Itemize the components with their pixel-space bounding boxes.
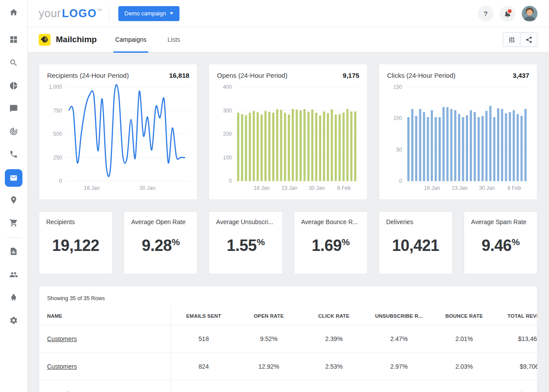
chart-cards-row: Recipients (24-Hour Period) 16,818 1,000… <box>39 64 538 200</box>
cell-total-revenue: $9,706 <box>497 363 538 370</box>
top-header: your LOGO TM Demo campaign ? <box>27 0 549 27</box>
share-icon <box>525 36 533 44</box>
svg-text:6 Feb: 6 Feb <box>507 185 521 191</box>
campaigns-table-card: Showing 35 of 35 Rows NAME EMAILS SENT O… <box>39 286 538 392</box>
mailchimp-logo <box>39 34 51 46</box>
email-icon-active[interactable] <box>5 169 22 187</box>
svg-text:0: 0 <box>399 178 402 184</box>
table-row: Customers 824 12.92% 2.53% 2.97% 2.03% $… <box>39 353 537 381</box>
chart-total-value: 16,818 <box>169 72 189 79</box>
chevron-down-icon <box>170 12 173 15</box>
svg-text:400: 400 <box>223 84 232 90</box>
svg-text:100: 100 <box>393 115 402 121</box>
svg-text:16 Jan: 16 Jan <box>254 185 270 191</box>
svg-text:23 Jan: 23 Jan <box>452 185 468 191</box>
chart-title: Opens (24-Hour Period) <box>217 72 287 79</box>
kpi-recipients: Recipients 19,122 <box>39 211 113 274</box>
kpi-average-spam-rate: Average Spam Rate 9.46% <box>464 211 538 274</box>
table-header-row: NAME EMAILS SENT OPEN RATE CLICK RATE UN… <box>39 307 537 325</box>
tab-campaigns[interactable]: Campaigns <box>115 27 146 52</box>
clicks-chart-card: Clicks (24-Hour Period) 3,437 1501005001… <box>379 64 538 200</box>
chart-total-value: 3,437 <box>512 72 529 79</box>
brand-logo[interactable]: your LOGO TM <box>39 7 102 20</box>
kpi-deliveries: Deliveries 10,421 <box>379 211 453 274</box>
location-pin-icon[interactable] <box>0 196 27 204</box>
kpi-cards-row: Recipients 19,122 Average Open Rate 9.28… <box>39 211 538 274</box>
users-icon[interactable] <box>0 270 27 279</box>
chat-icon[interactable] <box>0 104 27 113</box>
logo-tm: TM <box>97 8 102 12</box>
kpi-label: Average Bounce R... <box>301 218 360 225</box>
kpi-label: Average Spam Rate <box>471 218 530 225</box>
svg-text:6 Feb: 6 Feb <box>337 185 351 191</box>
tab-lists[interactable]: Lists <box>168 27 180 52</box>
home-icon[interactable] <box>0 8 27 17</box>
svg-text:30 Jan: 30 Jan <box>309 185 325 191</box>
page-title: Mailchimp <box>56 35 97 44</box>
cell-emails-sent: 518 <box>171 335 236 342</box>
opens-bar-chart: 400300200100016 Jan23 Jan30 Jan6 Feb <box>216 82 360 192</box>
column-header-name[interactable]: NAME <box>39 307 171 325</box>
cell-open-rate: 12.92% <box>236 363 301 370</box>
notification-badge <box>507 8 512 14</box>
svg-text:0: 0 <box>229 178 232 184</box>
svg-text:1,000: 1,000 <box>49 84 62 90</box>
kpi-label: Recipients <box>46 218 105 225</box>
plug-icon[interactable] <box>0 293 27 302</box>
kpi-label: Deliveries <box>386 218 445 225</box>
campaign-link[interactable]: Customers <box>47 335 77 342</box>
clicks-bar-chart: 15010050016 Jan23 Jan30 Jan6 Feb <box>386 82 530 192</box>
report-file-icon[interactable] <box>0 247 27 256</box>
cell-click-rate: 2.39% <box>301 335 366 342</box>
column-header-bounce-rate[interactable]: BOUNCE RATE <box>432 313 497 319</box>
logo-your: your <box>39 7 61 20</box>
table-row: General 393 11.90% 1.66% 1.49% 2.49% $13… <box>39 381 537 392</box>
user-avatar[interactable] <box>522 6 538 22</box>
kpi-average-bounce-rate: Average Bounce R... 1.69% <box>294 211 368 274</box>
cell-click-rate: 2.53% <box>301 363 366 370</box>
kpi-value: 10,421 <box>379 236 452 255</box>
search-icon[interactable] <box>0 58 27 67</box>
cell-unsubscribe-rate: 2.97% <box>366 363 432 370</box>
campaign-link[interactable]: Customers <box>47 363 77 370</box>
notifications-button[interactable] <box>500 6 516 22</box>
column-header-total-revenue[interactable]: TOTAL REVENUE <box>497 313 538 319</box>
remarketing-target-icon[interactable] <box>0 127 27 136</box>
column-header-click-rate[interactable]: CLICK RATE <box>301 313 366 319</box>
kpi-label: Average Unsubscri... <box>216 218 275 225</box>
column-header-unsubscribe-rate[interactable]: UNSUBSCRIBE R... <box>366 313 432 319</box>
sidebar <box>0 0 28 392</box>
column-header-open-rate[interactable]: OPEN RATE <box>236 313 301 319</box>
gear-icon[interactable] <box>0 316 27 325</box>
app-header: Mailchimp Campaigns Lists <box>27 27 549 52</box>
kpi-average-unsubscribe-rate: Average Unsubscri... 1.55% <box>209 211 282 274</box>
column-header-emails-sent[interactable]: EMAILS SENT <box>171 313 236 319</box>
svg-text:200: 200 <box>223 131 232 137</box>
svg-text:30 Jan: 30 Jan <box>139 185 155 191</box>
cell-total-revenue: $13,466 <box>497 335 538 342</box>
filters-button[interactable] <box>503 32 520 47</box>
chart-title: Recipients (24-Hour Period) <box>47 72 129 79</box>
campaign-selector-label: Demo campaign <box>124 10 166 17</box>
help-button[interactable]: ? <box>478 6 494 22</box>
dashboard-grid-icon[interactable] <box>0 35 27 44</box>
svg-text:250: 250 <box>53 155 62 161</box>
cell-unsubscribe-rate: 2.47% <box>366 335 432 342</box>
svg-text:16 Jan: 16 Jan <box>84 185 100 191</box>
cell-bounce-rate: 2.01% <box>432 335 497 342</box>
chart-title: Clicks (24-Hour Period) <box>387 72 456 79</box>
svg-text:23 Jan: 23 Jan <box>282 185 297 191</box>
campaign-selector-button[interactable]: Demo campaign <box>118 6 180 21</box>
header-divider <box>109 7 110 20</box>
avatar-image <box>522 6 538 22</box>
kpi-value: 19,122 <box>39 236 112 255</box>
recipients-chart-card: Recipients (24-Hour Period) 16,818 1,000… <box>39 64 198 200</box>
share-button[interactable] <box>520 32 538 47</box>
kpi-value: 9.46% <box>464 236 537 255</box>
pie-chart-icon[interactable] <box>0 81 27 90</box>
phone-icon[interactable] <box>0 150 27 159</box>
kpi-value: 1.55% <box>209 236 282 255</box>
filters-sliders-icon <box>508 36 516 44</box>
cart-icon[interactable] <box>0 218 27 227</box>
svg-text:500: 500 <box>53 131 62 137</box>
